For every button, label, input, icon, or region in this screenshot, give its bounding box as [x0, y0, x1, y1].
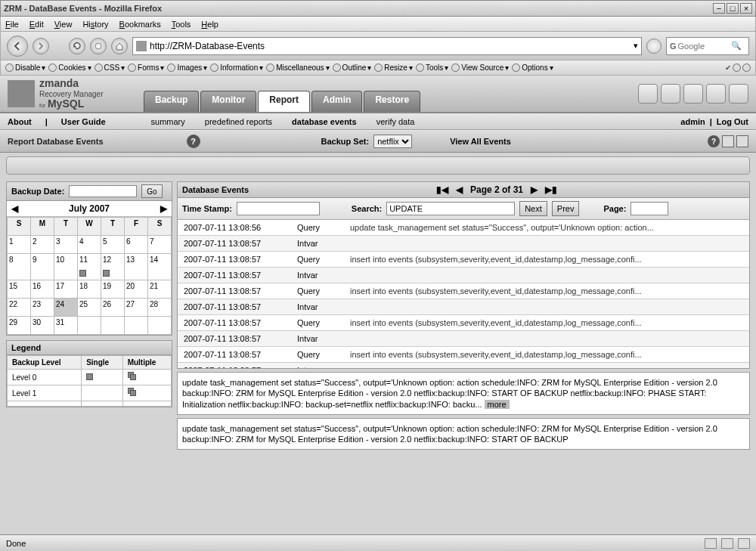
backup-set-select[interactable]: netflix [373, 135, 412, 148]
next-button[interactable]: Next [519, 201, 547, 216]
status-icon-3[interactable] [738, 538, 750, 549]
page-prev[interactable]: ◀ [456, 184, 463, 195]
cal-cell[interactable]: 24 [54, 299, 78, 317]
tab-backup[interactable]: Backup [144, 91, 199, 112]
subtab-verify[interactable]: verify data [376, 117, 415, 126]
logout-link[interactable]: Log Out [717, 117, 748, 126]
cal-cell[interactable]: 12 [101, 254, 125, 280]
subtab-predefined[interactable]: predefined reports [205, 117, 272, 126]
cal-cell[interactable]: 7 [148, 236, 172, 254]
cal-cell[interactable]: 22 [8, 299, 31, 317]
events-table-scroll[interactable]: 2007-07-11 13:08:56Queryupdate task_mana… [178, 220, 749, 368]
cal-cell[interactable]: 21 [148, 280, 172, 299]
cal-cell[interactable]: 2 [31, 236, 54, 254]
reload-button[interactable] [69, 38, 85, 54]
dev-tools[interactable]: Tools▾ [416, 63, 448, 72]
menu-history[interactable]: History [82, 20, 108, 29]
dev-options[interactable]: Options▾ [512, 63, 553, 72]
search-input[interactable] [678, 42, 731, 51]
event-row[interactable]: 2007-07-11 13:08:57Intvar [178, 268, 749, 283]
header-icon-2[interactable] [661, 84, 680, 104]
dev-viewsource[interactable]: View Source▾ [451, 63, 509, 72]
header-icon-4[interactable] [706, 84, 726, 104]
toolbar-icon-1[interactable] [722, 135, 734, 147]
search-box[interactable]: G 🔍 [666, 37, 749, 55]
dev-forms[interactable]: Forms▾ [128, 63, 164, 72]
page-first[interactable]: ▮◀ [436, 184, 448, 195]
dev-icon1[interactable] [733, 63, 741, 72]
dev-disable[interactable]: Disable▾ [5, 63, 45, 72]
page-next[interactable]: ▶ [531, 184, 538, 195]
cal-cell[interactable]: 17 [54, 280, 78, 299]
cal-cell[interactable]: 20 [125, 280, 148, 299]
forward-button[interactable] [33, 38, 49, 54]
stop-button[interactable] [90, 38, 107, 54]
back-button[interactable] [7, 36, 28, 57]
event-row[interactable]: 2007-07-11 13:08:57Queryinsert into even… [178, 315, 749, 331]
dev-outline[interactable]: Outline▾ [333, 63, 372, 72]
cal-cell[interactable]: 3 [54, 236, 78, 254]
link-userguide[interactable]: User Guide [61, 117, 106, 126]
user-label[interactable]: admin [680, 117, 705, 126]
cal-cell[interactable]: 27 [125, 299, 148, 317]
help-icon[interactable]: ? [187, 135, 200, 148]
menu-edit[interactable]: Edit [29, 20, 44, 29]
menu-bookmarks[interactable]: Bookmarks [119, 20, 161, 29]
help-icon-2[interactable]: ? [708, 135, 720, 147]
minimize-button[interactable]: − [713, 3, 725, 14]
event-row[interactable]: 2007-07-11 13:08:56Queryupdate task_mana… [178, 220, 749, 236]
cal-cell[interactable]: 16 [31, 280, 54, 299]
cal-cell[interactable]: 4 [78, 236, 101, 254]
cal-cell[interactable]: 30 [31, 317, 54, 335]
cal-cell[interactable]: 6 [125, 236, 148, 254]
toolbar-icon-2[interactable] [736, 135, 748, 147]
event-row[interactable]: 2007-07-11 13:08:57Queryinsert into even… [178, 283, 749, 299]
menu-help[interactable]: Help [201, 20, 218, 29]
header-icon-3[interactable] [683, 84, 703, 104]
dev-images[interactable]: Images▾ [167, 63, 207, 72]
timestamp-input[interactable] [237, 202, 320, 215]
header-icon-5[interactable] [729, 84, 748, 104]
cal-cell[interactable]: 28 [148, 299, 172, 317]
cal-cell[interactable]: 19 [101, 280, 125, 299]
cal-cell[interactable]: 18 [78, 280, 101, 299]
tab-restore[interactable]: Restore [364, 91, 420, 112]
events-search-input[interactable] [386, 202, 515, 215]
menu-view[interactable]: View [54, 20, 73, 29]
tab-admin[interactable]: Admin [311, 91, 362, 112]
search-glass-icon[interactable]: 🔍 [731, 41, 742, 51]
page-last[interactable]: ▶▮ [545, 184, 557, 195]
close-button[interactable]: × [740, 3, 752, 14]
dev-resize[interactable]: Resize▾ [374, 63, 413, 72]
url-box[interactable]: ▾ [132, 37, 642, 55]
cal-cell[interactable]: 26 [101, 299, 125, 317]
cal-cell[interactable]: 8 [8, 254, 31, 280]
page-input[interactable] [631, 202, 668, 215]
cal-cell[interactable]: 11 [78, 254, 101, 280]
cal-cell[interactable]: 31 [54, 317, 78, 335]
dev-information[interactable]: Information▾ [210, 63, 263, 72]
subtab-summary[interactable]: summary [151, 117, 185, 126]
backup-date-input[interactable] [69, 185, 137, 197]
event-row[interactable]: 2007-07-11 13:08:57Intvar [178, 363, 749, 369]
dropdown-icon[interactable]: ▾ [634, 41, 638, 51]
header-icon-1[interactable] [638, 84, 658, 104]
dev-cookies[interactable]: Cookies▾ [48, 63, 91, 72]
cal-cell[interactable]: 14 [148, 254, 172, 280]
cal-cell[interactable]: 25 [78, 299, 101, 317]
tab-monitor[interactable]: Monitor [200, 91, 256, 112]
status-icon-2[interactable] [721, 538, 733, 549]
event-row[interactable]: 2007-07-11 13:08:57Intvar [178, 236, 749, 252]
home-button[interactable] [111, 38, 128, 54]
event-row[interactable]: 2007-07-11 13:08:57Queryinsert into even… [178, 347, 749, 363]
cal-cell[interactable]: 1 [8, 236, 31, 254]
dev-css[interactable]: CSS▾ [94, 63, 125, 72]
cal-cell[interactable]: 5 [101, 236, 125, 254]
check-icon[interactable]: ✔ [725, 63, 731, 72]
dev-icon2[interactable] [742, 63, 751, 72]
maximize-button[interactable]: □ [727, 3, 739, 14]
cal-prev[interactable]: ◀ [11, 203, 18, 214]
event-row[interactable]: 2007-07-11 13:08:57Queryinsert into even… [178, 252, 749, 268]
go-button[interactable]: Go [141, 184, 162, 198]
menu-tools[interactable]: Tools [172, 20, 191, 29]
